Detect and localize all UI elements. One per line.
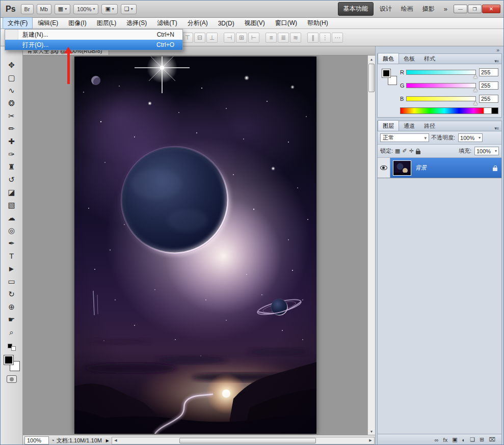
layer-row-background[interactable]: 背景 [378,158,501,178]
delete-layer-icon[interactable]: ⌧ [489,436,495,443]
horizontal-scrollbar[interactable]: ◀ ▶ [112,437,375,444]
workspace-painting-button[interactable]: 绘画 [398,3,416,15]
3d-camera-tool[interactable]: ⊕ [4,300,19,313]
menu-select[interactable]: 选择(S) [121,17,152,29]
tab-styles[interactable]: 样式 [419,53,440,64]
quick-mask-button[interactable] [7,375,17,383]
lock-image-pixels-icon[interactable]: ✐ [402,148,407,154]
layer-thumbnail[interactable] [393,160,411,176]
align-left-icon[interactable]: ⊣ [224,33,235,43]
zoom-tool[interactable]: ⌕ [4,326,19,339]
vertical-scroll-thumb[interactable] [368,64,375,92]
menu-item-open[interactable]: 打开(O)... Ctrl+O [5,40,182,50]
close-button[interactable]: ✕ [482,5,500,13]
move-tool[interactable]: ✥ [4,59,19,71]
green-value-input[interactable]: 255 [479,81,498,90]
tab-layers[interactable]: 图层 [378,120,399,131]
eyedropper-tool[interactable]: ✏ [4,122,19,135]
screen-mode-button[interactable]: ❑ ▾ [121,4,137,14]
menu-layer[interactable]: 图层(L) [92,17,122,29]
workspace-photography-button[interactable]: 摄影 [419,3,438,15]
menu-image[interactable]: 图像(I) [63,17,91,29]
arrange-documents-button[interactable]: ▣ ▾ [101,4,117,14]
status-expand-button[interactable]: ▶ [104,436,111,444]
pen-tool[interactable]: ✒ [4,237,19,249]
align-horizontal-center-icon[interactable]: ⊞ [236,33,247,43]
hand-tool[interactable]: ☛ [4,313,19,326]
distribute-top-icon[interactable]: ≡ [266,33,277,43]
foreground-color-swatch[interactable] [4,355,14,365]
green-slider[interactable] [406,83,476,88]
horizontal-scroll-thumb[interactable] [179,438,316,443]
panel-menu-icon[interactable]: ▾≡ [491,59,501,64]
menu-item-new[interactable]: 新建(N)... Ctrl+N [5,30,182,40]
new-layer-icon[interactable]: ⊞ [480,436,484,443]
blue-slider[interactable] [406,96,476,101]
spot-healing-brush-tool[interactable]: ✚ [4,135,19,148]
distribute-horizontal-center-icon[interactable]: ⋮ [320,33,331,43]
panel-menu-icon[interactable]: ▾≡ [491,126,501,131]
mini-bridge-button[interactable]: Mb [37,4,51,14]
foreground-background-swatches[interactable] [4,355,20,371]
menu-help[interactable]: 帮助(H) [302,17,333,29]
menu-3d[interactable]: 3D(D) [213,18,240,29]
restore-button[interactable]: ❐ [468,5,482,13]
zoom-level-select[interactable]: 100% ▾ [73,4,98,14]
scroll-up-icon[interactable]: ▲ [368,55,375,63]
menu-edit[interactable]: 编辑(E) [33,17,63,29]
align-top-icon[interactable]: ⊤ [182,33,193,43]
distribute-vertical-center-icon[interactable]: ≣ [278,33,289,43]
3d-rotate-tool[interactable]: ↻ [4,288,19,300]
scroll-down-icon[interactable]: ▼ [368,428,375,435]
view-extras-button[interactable]: ▦ ▾ [55,4,70,14]
blue-slider-thumb[interactable] [473,101,478,105]
history-brush-tool[interactable]: ↺ [4,173,19,186]
menu-analysis[interactable]: 分析(A) [182,17,213,29]
link-layers-icon[interactable]: ∞ [435,437,439,443]
menu-window[interactable]: 窗口(W) [270,17,302,29]
clone-stamp-tool[interactable]: ♜ [4,160,19,173]
vertical-scrollbar[interactable]: ▲ ▼ [367,55,375,435]
blur-tool[interactable]: ☁ [4,211,19,224]
red-slider-thumb[interactable] [473,75,478,78]
scroll-right-icon[interactable]: ▶ [367,437,374,444]
distribute-left-icon[interactable]: ∥ [307,33,319,43]
tab-paths[interactable]: 路径 [419,121,440,131]
rectangular-marquee-tool[interactable]: ▢ [4,71,19,84]
crop-tool[interactable]: ✂ [4,109,19,122]
panel-foreground-swatch[interactable] [382,69,391,78]
default-colors-icon[interactable] [8,344,16,351]
layer-style-icon[interactable]: fx [443,437,448,443]
align-bottom-icon[interactable]: ⊥ [206,33,218,43]
quick-selection-tool[interactable]: ❂ [4,97,19,109]
menu-file[interactable]: 文件(F) [3,17,33,29]
distribute-right-icon[interactable]: ⋯ [332,33,343,43]
path-selection-tool[interactable]: ► [4,262,19,275]
tab-color[interactable]: 颜色 [378,53,399,64]
layer-visibility-cell[interactable] [378,158,390,178]
eraser-tool[interactable]: ◪ [4,186,19,199]
menu-view[interactable]: 视图(V) [240,17,270,29]
workspace-overflow-icon[interactable]: » [441,5,450,13]
workspace-essentials-button[interactable]: 基本功能 [338,2,374,16]
align-right-icon[interactable]: ⊢ [248,33,259,43]
menu-filter[interactable]: 滤镜(T) [152,17,182,29]
adjustment-layer-icon[interactable]: ◐ [462,437,466,443]
red-value-input[interactable]: 255 [479,68,498,76]
status-zoom-input[interactable]: 100% [24,436,49,444]
distribute-bottom-icon[interactable]: ≋ [290,33,301,43]
lock-position-icon[interactable]: ✛ [409,148,414,154]
bridge-button[interactable]: Br [21,4,34,14]
layer-group-icon[interactable]: ❏ [470,436,475,443]
fill-input[interactable]: 100% ▾ [474,147,499,155]
workspace-design-button[interactable]: 设计 [377,3,395,15]
lock-all-icon[interactable] [416,151,420,154]
red-slider[interactable] [406,70,476,75]
minimize-button[interactable]: — [454,5,467,13]
gradient-tool[interactable]: ▧ [4,199,19,211]
opacity-input[interactable]: 100% ▾ [458,133,483,142]
dodge-tool[interactable]: ◎ [4,224,19,237]
green-slider-thumb[interactable] [473,88,478,92]
collapse-panels-icon[interactable]: » [496,47,499,53]
blend-mode-select[interactable]: 正常 ▾ [380,133,429,142]
